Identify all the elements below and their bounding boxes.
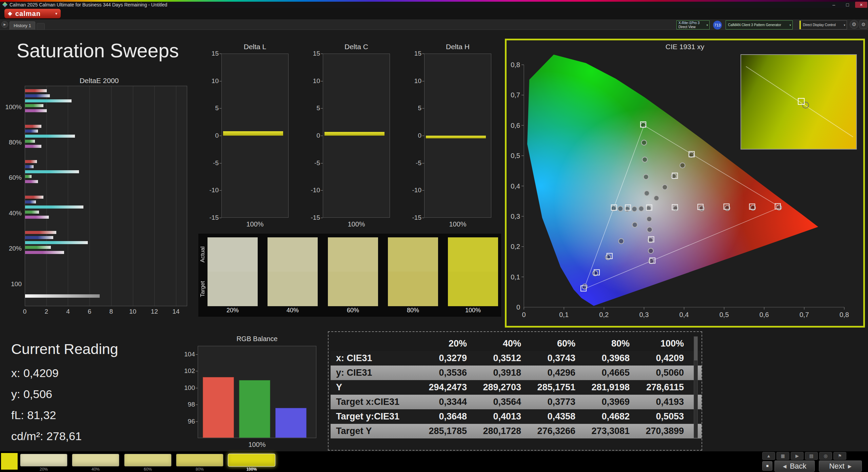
delta_l-tick-label: -10 — [199, 186, 219, 195]
measured-point — [648, 248, 653, 253]
rgb-tick-label: 102 — [175, 367, 195, 375]
measured-point — [642, 140, 647, 145]
table-row: Y294,2473289,2703285,1751281,9198278,611… — [331, 380, 702, 395]
rgb-balance-title: RGB Balance — [198, 335, 316, 343]
stop-pattern-button[interactable]: ■ — [762, 461, 772, 471]
cie-x-tick-label: 0,1 — [559, 311, 569, 318]
cie-y-tick-label: 0,7 — [511, 91, 520, 99]
measured-point — [689, 152, 694, 157]
current-reading-title: Current Reading — [11, 341, 118, 357]
display-control-dropdown[interactable]: Direct Display Control ▾ — [799, 20, 847, 29]
delta_l-tick-label: -15 — [199, 213, 219, 222]
cie-y-tick-label: 0,2 — [511, 243, 520, 250]
toolbar-button[interactable]: ▦ — [776, 452, 789, 460]
toolbar-button[interactable]: ◎ — [819, 452, 832, 460]
deltae-chart — [25, 86, 187, 306]
window-controls: – □ × — [828, 2, 867, 8]
deltae-group-label: 100 — [1, 280, 22, 289]
tab-bar: ▶ History 1 X-Rite i1Pro 3 Direct View ▾… — [0, 19, 868, 30]
pattern-swatch-80%[interactable] — [176, 454, 223, 467]
grid-icon: ▦ — [781, 453, 785, 458]
table-row: Target x:CIE310,33440,35640,37730,39690,… — [331, 395, 702, 409]
delta_c-tick-label: -10 — [300, 186, 320, 195]
meter-name: X-Rite i1Pro 3 — [678, 21, 705, 25]
delta_c-tick-label: 0 — [300, 131, 320, 140]
tab-overflow-button[interactable] — [37, 23, 45, 30]
cie-zoom-inset — [741, 54, 857, 150]
delta-h-chart — [424, 54, 491, 218]
target-row-label: Target — [199, 272, 207, 306]
rgb-balance-xlabel: 100% — [198, 441, 316, 449]
cie-y-tick-label: 0,5 — [511, 152, 520, 159]
deltae-group-label: 40% — [1, 209, 22, 218]
workflow-settings-button[interactable]: ⚙ — [860, 20, 867, 29]
next-button[interactable]: Next ▶ — [819, 460, 862, 472]
measured-point — [618, 206, 623, 211]
eject-icon: ▲ — [767, 453, 771, 458]
delta_c-tick-label: 5 — [300, 104, 320, 113]
swatch-comparison-panel — [198, 234, 501, 317]
history-nav-button[interactable]: ▶ — [1, 21, 8, 28]
minimize-button[interactable]: – — [828, 2, 840, 8]
reading-y: y: 0,506 — [11, 388, 52, 401]
target-icon: ◎ — [824, 453, 827, 458]
next-icon: ▶ — [848, 464, 852, 469]
meter-dropdown[interactable]: X-Rite i1Pro 3 Direct View ▾ — [676, 20, 710, 29]
rgb-tick-label: 100 — [175, 383, 195, 392]
delta-l-title: Delta L — [221, 43, 289, 51]
pattern-swatch-40%[interactable] — [72, 454, 119, 467]
delta-c-title: Delta C — [323, 43, 390, 51]
calman-logo-button[interactable]: calman ▾ — [4, 9, 61, 18]
gear-icon: ⚙ — [861, 22, 866, 27]
close-button[interactable]: × — [855, 2, 867, 8]
back-label: Back — [790, 462, 806, 471]
delta_c-tick-label: -5 — [300, 159, 320, 168]
pattern-swatch-100%[interactable] — [228, 454, 275, 467]
delta_h-tick-label: 5 — [402, 104, 421, 113]
cie-y-tick-label: 0,6 — [511, 122, 520, 129]
stop-icon: ■ — [766, 464, 768, 468]
back-button[interactable]: ◀ Back — [774, 460, 815, 472]
cie-zoom-content — [741, 55, 856, 149]
delta_l-tick-mark — [219, 218, 221, 218]
current-pattern-patch — [1, 453, 18, 470]
toolbar-button[interactable]: ▤ — [805, 452, 818, 460]
next-label: Next — [829, 462, 844, 471]
pattern-generator-dropdown[interactable]: CalMAN Client 3 Pattern Generator ▾ — [726, 20, 793, 29]
flag-icon: ⚑ — [838, 453, 842, 458]
measured-point — [647, 216, 652, 221]
settings-button[interactable]: ⚙ — [850, 20, 859, 29]
toolbar-button[interactable]: ▲ — [762, 452, 775, 460]
toolbar-button[interactable]: ⚑ — [833, 452, 846, 460]
delta-c-xlabel: 100% — [323, 220, 390, 228]
deltae-x-tick-label: 14 — [169, 307, 183, 316]
maximize-button[interactable]: □ — [842, 2, 854, 8]
cie-x-tick-label: 0,7 — [800, 311, 809, 318]
delta_h-tick-label: -10 — [402, 186, 421, 195]
delta_h-tick-label: 10 — [402, 77, 421, 85]
pattern-swatch-60%[interactable] — [124, 454, 172, 467]
deltae-chart-title: DeltaE 2000 — [18, 77, 180, 85]
calman-app-window: Calman 2025 Calman Ultimate for Business… — [0, 0, 868, 472]
chevron-down-icon: ▾ — [844, 21, 845, 29]
delta_h-tick-label: -5 — [402, 159, 421, 168]
play-icon: ▶ — [795, 453, 799, 458]
table-row: x: CIE310,32790,35120,37430,39680,4209 — [331, 351, 702, 366]
zoom-measured-point — [803, 102, 809, 108]
table-scrollbar[interactable] — [694, 336, 698, 438]
deltae-group-label: 100% — [1, 103, 22, 112]
deltae-x-tick-label: 8 — [104, 307, 119, 316]
toolbar-button[interactable]: ▶ — [791, 452, 804, 460]
window-title: Calman 2025 Calman Ultimate for Business… — [9, 2, 167, 7]
tab-history-1[interactable]: History 1 — [9, 21, 35, 30]
cie-x-tick-label: 0,4 — [679, 311, 689, 318]
deltae-group-label: 20% — [1, 244, 22, 253]
delta_l-tick-label: -5 — [199, 159, 219, 168]
delta_l-tick-label: 5 — [199, 104, 219, 113]
calman-logo-text: calman — [15, 10, 41, 18]
delta-l-xlabel: 100% — [221, 220, 289, 228]
pattern-swatch-20%[interactable] — [20, 454, 67, 467]
table-scrollbar-thumb[interactable] — [694, 337, 697, 360]
cie-x-tick-label: 0 — [522, 311, 526, 318]
cie-x-tick-label: 0,2 — [599, 311, 609, 318]
